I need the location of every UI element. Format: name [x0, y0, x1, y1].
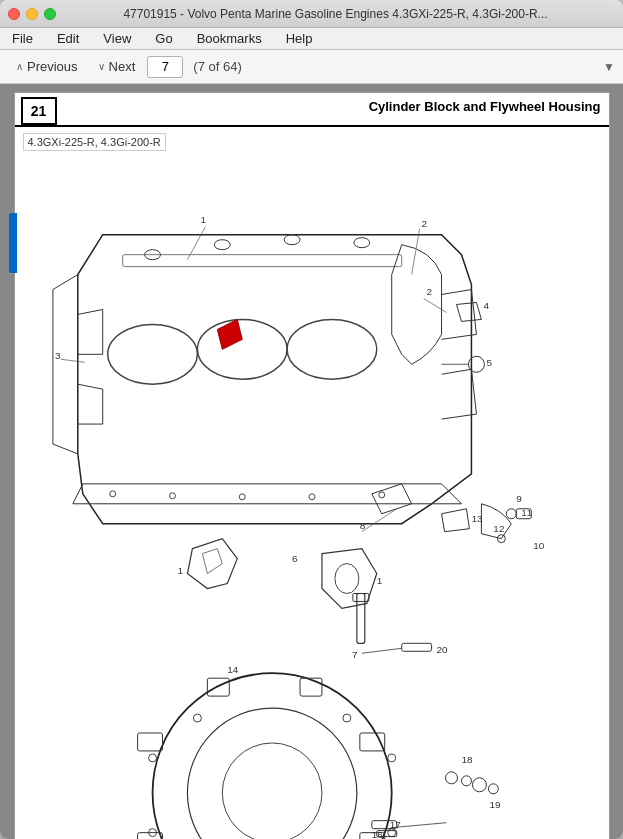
svg-point-3 — [353, 238, 369, 248]
part-bracket-left: 1 — [177, 539, 237, 589]
svg-text:19: 19 — [489, 799, 501, 810]
maximize-button[interactable] — [44, 8, 56, 20]
svg-point-36 — [193, 714, 201, 722]
traffic-lights — [8, 8, 56, 20]
menu-bookmarks[interactable]: Bookmarks — [193, 29, 266, 48]
svg-point-56 — [488, 784, 498, 794]
next-button[interactable]: ∨ Next — [90, 55, 144, 78]
svg-point-25 — [152, 673, 391, 839]
svg-point-40 — [342, 714, 350, 722]
part-label-4: 4 — [483, 300, 489, 311]
menu-bar: File Edit View Go Bookmarks Help — [0, 28, 623, 50]
part-label-8: 8 — [359, 520, 365, 531]
part-label-13: 13 — [471, 513, 483, 524]
part-label-11: 11 — [521, 507, 533, 518]
svg-rect-48 — [401, 643, 431, 651]
svg-text:20: 20 — [436, 644, 448, 655]
page-count: (7 of 64) — [193, 59, 241, 74]
svg-rect-12 — [122, 255, 401, 267]
part-label-6: 6 — [292, 553, 298, 564]
svg-point-5 — [197, 319, 287, 379]
page-container: 21 Cylinder Block and Flywheel Housing 4… — [14, 92, 610, 839]
part-label-2-tr: 2 — [421, 218, 427, 229]
page-title: Cylinder Block and Flywheel Housing — [63, 93, 609, 125]
next-arrow-icon: ∨ — [98, 61, 105, 72]
svg-point-16 — [506, 509, 516, 519]
svg-text:18: 18 — [461, 754, 473, 765]
window-title: 47701915 - Volvo Penta Marine Gasoline E… — [64, 7, 607, 21]
svg-text:14: 14 — [227, 664, 239, 675]
svg-line-63 — [411, 229, 419, 275]
svg-point-9 — [239, 494, 245, 500]
flywheel-housing-group: 14 20 15 16 17 — [137, 643, 500, 839]
svg-line-66 — [361, 509, 396, 532]
svg-point-1 — [214, 240, 230, 250]
svg-point-6 — [287, 319, 377, 379]
part-label-9: 9 — [516, 493, 522, 504]
part-label-3: 3 — [54, 350, 60, 361]
engine-diagram: 1 2 2 3 4 5 6 8 9 10 11 12 13 — [23, 155, 601, 839]
close-button[interactable] — [8, 8, 20, 20]
svg-point-26 — [187, 708, 356, 839]
minimize-button[interactable] — [26, 8, 38, 20]
svg-rect-35 — [300, 678, 322, 696]
next-label: Next — [109, 59, 136, 74]
svg-point-10 — [309, 494, 315, 500]
svg-text:1: 1 — [376, 575, 382, 586]
part-label-2-br: 2 — [426, 286, 432, 297]
svg-point-2 — [284, 235, 300, 245]
previous-label: Previous — [27, 59, 78, 74]
svg-rect-34 — [207, 678, 229, 696]
svg-text:7: 7 — [351, 649, 357, 660]
svg-point-8 — [169, 493, 175, 499]
title-bar: 47701915 - Volvo Penta Marine Gasoline E… — [0, 0, 623, 28]
part-label-5: 5 — [486, 357, 492, 368]
toolbar: ∧ Previous ∨ Next (7 of 64) ▼ — [0, 50, 623, 84]
svg-point-55 — [472, 778, 486, 792]
svg-text:1: 1 — [177, 565, 183, 576]
part-label-1-top: 1 — [200, 214, 206, 225]
dropdown-arrow-icon[interactable]: ▼ — [603, 60, 615, 74]
menu-edit[interactable]: Edit — [53, 29, 83, 48]
svg-line-65 — [60, 359, 84, 362]
menu-file[interactable]: File — [8, 29, 37, 48]
diagram-area: 1 2 2 3 4 5 6 8 9 10 11 12 13 — [15, 155, 609, 839]
previous-button[interactable]: ∧ Previous — [8, 55, 86, 78]
svg-point-37 — [148, 754, 156, 762]
menu-view[interactable]: View — [99, 29, 135, 48]
model-text: 4.3GXi-225-R, 4.3Gi-200-R — [23, 133, 166, 151]
svg-point-27 — [222, 743, 322, 839]
menu-go[interactable]: Go — [151, 29, 176, 48]
toolbar-right: ▼ — [603, 59, 615, 74]
page-number: 21 — [21, 97, 57, 125]
svg-rect-23 — [352, 593, 368, 601]
svg-point-54 — [461, 776, 471, 786]
blue-tab — [9, 213, 17, 273]
previous-arrow-icon: ∧ — [16, 61, 23, 72]
main-window: 47701915 - Volvo Penta Marine Gasoline E… — [0, 0, 623, 839]
svg-point-11 — [378, 492, 384, 498]
model-label: 4.3GXi-225-R, 4.3Gi-200-R — [15, 131, 609, 155]
svg-point-4 — [107, 324, 197, 384]
page-input[interactable] — [147, 56, 183, 78]
svg-point-42 — [387, 829, 395, 837]
svg-line-64 — [423, 299, 446, 313]
svg-rect-28 — [137, 733, 162, 751]
part-label-10: 10 — [533, 540, 545, 551]
svg-point-7 — [109, 491, 115, 497]
content-area: 21 Cylinder Block and Flywheel Housing 4… — [0, 84, 623, 839]
svg-marker-13 — [217, 319, 242, 349]
svg-point-41 — [387, 754, 395, 762]
cylinder-block-group — [52, 235, 530, 543]
menu-help[interactable]: Help — [282, 29, 317, 48]
svg-point-53 — [445, 772, 457, 784]
svg-line-47 — [361, 648, 401, 653]
part-label-12: 12 — [493, 523, 505, 534]
svg-point-20 — [334, 564, 358, 594]
page-header: 21 Cylinder Block and Flywheel Housing — [15, 93, 609, 127]
